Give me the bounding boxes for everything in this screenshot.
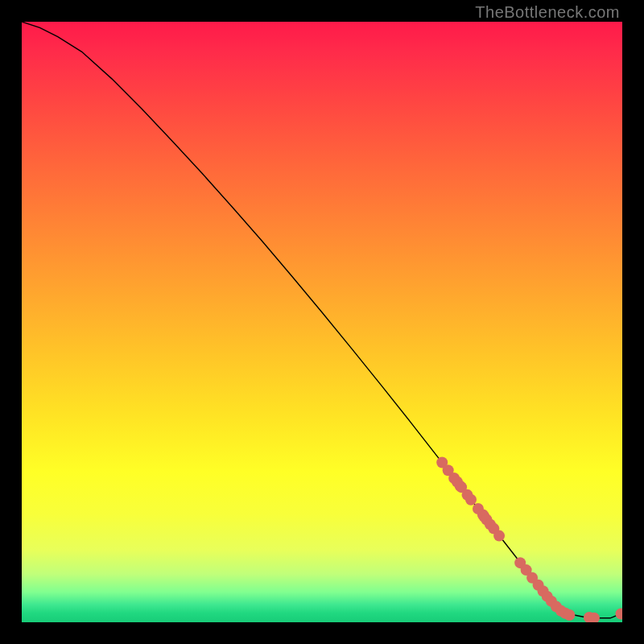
chart-root: TheBottleneck.com (0, 0, 644, 644)
gradient-background (22, 22, 622, 622)
watermark-text: TheBottleneck.com (475, 3, 620, 22)
plot-area (22, 22, 622, 622)
